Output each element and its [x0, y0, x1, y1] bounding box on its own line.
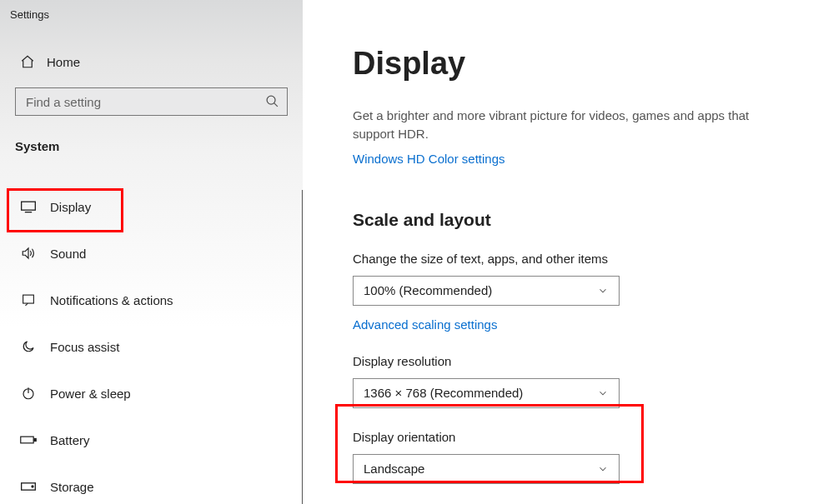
- svg-rect-8: [21, 437, 33, 443]
- resolution-label: Display resolution: [353, 354, 780, 368]
- svg-point-11: [32, 486, 33, 487]
- svg-rect-5: [23, 295, 34, 303]
- home-icon: [20, 54, 35, 69]
- sidebar-item-power-sleep[interactable]: Power & sleep: [0, 370, 303, 417]
- nav-label: Notifications & actions: [50, 293, 173, 307]
- search-field[interactable]: [15, 87, 288, 116]
- orientation-select[interactable]: Landscape: [353, 454, 620, 484]
- nav-label: Focus assist: [50, 340, 119, 354]
- svg-line-1: [274, 103, 278, 107]
- svg-marker-4: [23, 248, 28, 258]
- scale-value: 100% (Recommended): [364, 283, 492, 297]
- main-panel: Display Get a brighter and more vibrant …: [303, 0, 813, 504]
- power-icon: [20, 385, 37, 402]
- resolution-select[interactable]: 1366 × 768 (Recommended): [353, 378, 620, 408]
- monitor-icon: [20, 198, 37, 215]
- orientation-label: Display orientation: [353, 430, 780, 444]
- chevron-down-icon: [597, 285, 609, 297]
- nav-label: Battery: [50, 433, 90, 447]
- hdr-description: Get a brighter and more vibrant picture …: [353, 107, 780, 143]
- moon-icon: [20, 338, 37, 355]
- section-label: System: [0, 116, 303, 153]
- search-input[interactable]: [15, 87, 288, 116]
- battery-icon: [20, 432, 37, 448]
- sound-icon: [20, 245, 37, 262]
- scale-select[interactable]: 100% (Recommended): [353, 276, 620, 306]
- advanced-scaling-link[interactable]: Advanced scaling settings: [353, 317, 497, 332]
- sidebar: Settings Home System Display: [0, 0, 303, 504]
- sidebar-item-sound[interactable]: Sound: [0, 230, 303, 277]
- nav-label: Power & sleep: [50, 387, 131, 401]
- home-label: Home: [47, 55, 80, 69]
- scale-heading: Scale and layout: [353, 210, 780, 230]
- svg-point-0: [267, 96, 275, 104]
- app-title: Settings: [0, 3, 303, 21]
- sidebar-item-battery[interactable]: Battery: [0, 417, 303, 463]
- home-button[interactable]: Home: [0, 21, 303, 67]
- svg-rect-9: [34, 438, 36, 441]
- nav-list: Display Sound Notifications & actions Fo…: [0, 183, 303, 504]
- scale-label: Change the size of text, apps, and other…: [353, 252, 780, 266]
- sidebar-item-notifications[interactable]: Notifications & actions: [0, 277, 303, 323]
- nav-label: Display: [50, 200, 91, 214]
- chevron-down-icon: [597, 463, 609, 475]
- hdr-link[interactable]: Windows HD Color settings: [353, 152, 505, 166]
- sidebar-item-storage[interactable]: Storage: [0, 463, 303, 504]
- svg-rect-2: [22, 202, 36, 210]
- sidebar-item-display[interactable]: Display: [0, 183, 303, 230]
- orientation-value: Landscape: [364, 462, 424, 476]
- sidebar-item-focus-assist[interactable]: Focus assist: [0, 323, 303, 370]
- notification-icon: [20, 292, 37, 308]
- nav-label: Sound: [50, 247, 86, 261]
- search-icon: [265, 94, 279, 108]
- chevron-down-icon: [597, 387, 609, 399]
- storage-icon: [20, 478, 37, 495]
- resolution-value: 1366 × 768 (Recommended): [364, 386, 523, 400]
- page-title: Display: [353, 46, 780, 82]
- nav-label: Storage: [50, 480, 94, 494]
